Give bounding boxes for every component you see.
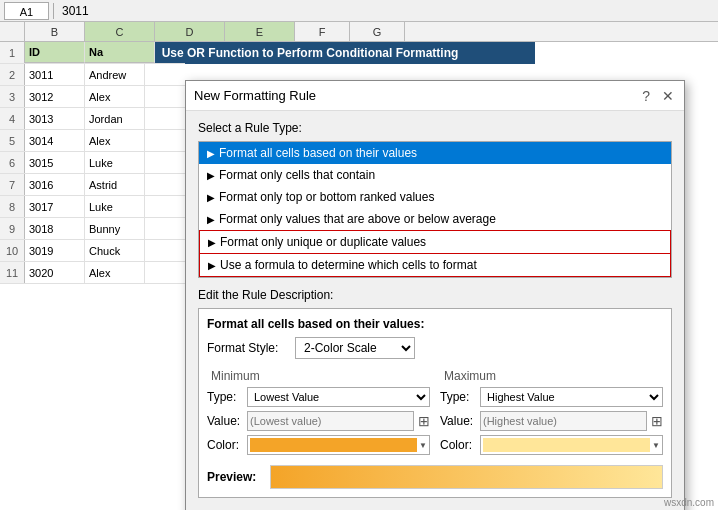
row-num: 8 — [0, 196, 25, 217]
row-num: 4 — [0, 108, 25, 129]
dialog-title-bar: New Formatting Rule ? ✕ — [186, 81, 684, 111]
cell-name[interactable]: Astrid — [85, 174, 145, 195]
table-row: 11 3020 Alex — [0, 262, 185, 284]
table-row: 8 3017 Luke — [0, 196, 185, 218]
dialog-close-button[interactable]: ✕ — [660, 88, 676, 104]
cell-id[interactable]: 3019 — [25, 240, 85, 261]
col-header-rownum — [0, 22, 25, 41]
dropdown-arrow-icon: ▼ — [419, 441, 427, 450]
rule-item-all-cells[interactable]: ▶ Format all cells based on their values — [199, 142, 671, 164]
minimum-column: Minimum Type: Lowest Value Value: ⊞ Colo… — [207, 369, 430, 459]
cell-reference[interactable]: A1 — [4, 2, 49, 20]
table-row: 9 3018 Bunny — [0, 218, 185, 240]
rule-arrow-icon: ▶ — [207, 148, 215, 159]
orange-swatch — [250, 438, 417, 452]
cell-id[interactable]: 3013 — [25, 108, 85, 129]
format-style-select[interactable]: 2-Color Scale — [295, 337, 415, 359]
edit-rule-label: Edit the Rule Description: — [198, 288, 672, 302]
cell-name[interactable]: Jordan — [85, 108, 145, 129]
cell-b1[interactable]: ID — [25, 42, 85, 63]
watermark: wsxdn.com — [664, 497, 714, 508]
maximum-value-input[interactable] — [480, 411, 647, 431]
cell-id[interactable]: 3020 — [25, 262, 85, 283]
rule-item-formula[interactable]: ▶ Use a formula to determine which cells… — [199, 253, 671, 277]
preview-gradient-bar — [270, 465, 663, 489]
minimum-type-select[interactable]: Lowest Value — [247, 387, 430, 407]
col-header-g[interactable]: G — [350, 22, 405, 41]
maximum-color-select[interactable]: ▼ — [480, 435, 663, 455]
row-num: 6 — [0, 152, 25, 173]
type-label: Type: — [440, 390, 476, 404]
col-header-b[interactable]: B — [25, 22, 85, 41]
cell-name[interactable]: Luke — [85, 196, 145, 217]
type-field-row: Type: Lowest Value — [207, 387, 430, 407]
column-headers: B C D E F G — [0, 22, 718, 42]
col-header-c[interactable]: C — [85, 22, 155, 41]
table-row: 6 3015 Luke — [0, 152, 185, 174]
table-row: 2 3011 Andrew — [0, 64, 185, 86]
rule-item-label: Use a formula to determine which cells t… — [220, 258, 477, 272]
cell-id[interactable]: 3014 — [25, 130, 85, 151]
value-field-row: Value: ⊞ — [440, 411, 663, 431]
color-field-row: Color: ▼ — [207, 435, 430, 455]
table-row: 10 3019 Chuck — [0, 240, 185, 262]
col-header-f[interactable]: F — [295, 22, 350, 41]
maximum-column: Maximum Type: Highest Value Value: ⊞ Col… — [440, 369, 663, 459]
formula-value: 3011 — [58, 4, 89, 18]
col-header-d[interactable]: D — [155, 22, 225, 41]
title-banner-text: Use OR Function to Perform Conditional F… — [162, 46, 459, 60]
cell-name[interactable]: Alex — [85, 262, 145, 283]
new-formatting-rule-dialog: New Formatting Rule ? ✕ Select a Rule Ty… — [185, 80, 685, 510]
formula-separator — [53, 3, 54, 19]
rule-item-unique-duplicate[interactable]: ▶ Format only unique or duplicate values — [199, 230, 671, 254]
formula-bar: A1 3011 — [0, 0, 718, 22]
grid-header-row: 1 ID Na — [0, 42, 185, 64]
rule-item-only-cells[interactable]: ▶ Format only cells that contain — [199, 164, 671, 186]
rule-item-label: Format only values that are above or bel… — [219, 212, 496, 226]
cell-id[interactable]: 3015 — [25, 152, 85, 173]
row-num: 11 — [0, 262, 25, 283]
value-label: Value: — [440, 414, 476, 428]
cell-name[interactable]: Chuck — [85, 240, 145, 261]
rule-item-label: Format only unique or duplicate values — [220, 235, 426, 249]
dialog-body: Select a Rule Type: ▶ Format all cells b… — [186, 111, 684, 510]
rule-item-top-bottom[interactable]: ▶ Format only top or bottom ranked value… — [199, 186, 671, 208]
row-num: 5 — [0, 130, 25, 151]
rule-item-above-below[interactable]: ▶ Format only values that are above or b… — [199, 208, 671, 230]
preview-row: Preview: — [207, 465, 663, 489]
dialog-title-controls: ? ✕ — [640, 88, 676, 104]
maximum-picker-icon[interactable]: ⊞ — [651, 413, 663, 429]
edit-rule-section: Format all cells based on their values: … — [198, 308, 672, 498]
maximum-header: Maximum — [440, 369, 663, 383]
cell-id[interactable]: 3011 — [25, 64, 85, 85]
minimum-color-select[interactable]: ▼ — [247, 435, 430, 455]
maximum-type-select[interactable]: Highest Value — [480, 387, 663, 407]
rule-item-label: Format only top or bottom ranked values — [219, 190, 434, 204]
cell-name[interactable]: Bunny — [85, 218, 145, 239]
col-header-e[interactable]: E — [225, 22, 295, 41]
cell-name[interactable]: Luke — [85, 152, 145, 173]
cell-c1[interactable]: Na — [85, 42, 155, 63]
table-row: 5 3014 Alex — [0, 130, 185, 152]
rule-item-label: Format all cells based on their values — [219, 146, 417, 160]
row-num: 7 — [0, 174, 25, 195]
select-rule-label: Select a Rule Type: — [198, 121, 672, 135]
cell-id[interactable]: 3018 — [25, 218, 85, 239]
rule-item-label: Format only cells that contain — [219, 168, 375, 182]
minimum-value-input[interactable] — [247, 411, 414, 431]
spreadsheet-grid: 1 ID Na 2 3011 Andrew 3 3012 Alex 4 3013… — [0, 42, 185, 284]
minimum-picker-icon[interactable]: ⊞ — [418, 413, 430, 429]
type-field-row: Type: Highest Value — [440, 387, 663, 407]
cell-name[interactable]: Alex — [85, 86, 145, 107]
cell-id[interactable]: 3017 — [25, 196, 85, 217]
cell-id[interactable]: 3016 — [25, 174, 85, 195]
rule-type-list[interactable]: ▶ Format all cells based on their values… — [198, 141, 672, 278]
cell-name[interactable]: Alex — [85, 130, 145, 151]
cell-id[interactable]: 3012 — [25, 86, 85, 107]
cell-name[interactable]: Andrew — [85, 64, 145, 85]
minimum-header: Minimum — [207, 369, 430, 383]
format-all-label: Format all cells based on their values: — [207, 317, 663, 331]
value-label: Value: — [207, 414, 243, 428]
color-label: Color: — [207, 438, 243, 452]
dialog-help-button[interactable]: ? — [640, 88, 652, 104]
